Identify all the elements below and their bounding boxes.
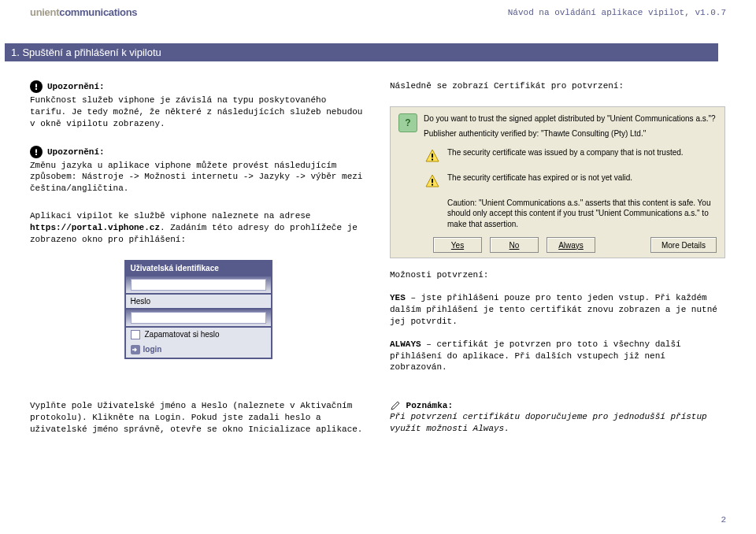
login-password-label: Heslo bbox=[126, 295, 271, 308]
remember-label: Zapamatovat si heslo bbox=[145, 330, 220, 339]
login-username-row bbox=[126, 276, 271, 293]
option-yes-text: – jste přihlášeni pouze pro tento jeden … bbox=[390, 293, 717, 326]
login-label: login bbox=[143, 345, 162, 354]
option-yes: YES – jste přihlášeni pouze pro tento je… bbox=[390, 292, 726, 328]
warning-text: Změnu jazyka u aplikace viphone můžete p… bbox=[30, 160, 366, 195]
address-pre: Aplikaci vipilot ke službě viphone nalez… bbox=[30, 211, 310, 221]
svg-rect-5 bbox=[432, 154, 433, 158]
svg-rect-3 bbox=[35, 154, 37, 155]
note-text: Při potvrzení certifikátu doporučujeme p… bbox=[390, 411, 726, 435]
page-number: 2 bbox=[721, 515, 726, 525]
warning-title: Upozornění: bbox=[47, 147, 105, 157]
address-paragraph: Aplikaci vipilot ke službě viphone nalez… bbox=[30, 210, 366, 246]
svg-rect-1 bbox=[35, 88, 37, 90]
options-title: Možnosti potvrzení: bbox=[390, 269, 726, 281]
login-panel: Uživatelská identifikace Heslo Zapamatov… bbox=[124, 260, 272, 359]
header-doc-title: Návod na ovládání aplikace vipilot, v1.0… bbox=[508, 8, 726, 17]
cert-intro: Následně se zobrazí Certifikát pro potvr… bbox=[390, 80, 726, 92]
remember-row[interactable]: Zapamatovat si heslo bbox=[126, 328, 271, 342]
logo: unientcommunications bbox=[30, 6, 137, 18]
pencil-icon bbox=[390, 400, 401, 411]
login-title: Uživatelská identifikace bbox=[126, 261, 271, 275]
svg-text:?: ? bbox=[405, 117, 410, 128]
certificate-dialog: ? Do you want to trust the signed applet… bbox=[390, 106, 725, 259]
logo-text-2: communications bbox=[59, 6, 137, 18]
logo-text-1: unient bbox=[30, 6, 59, 18]
cert-line-5: Caution: "Unient Communications a.s." as… bbox=[447, 198, 717, 230]
svg-rect-7 bbox=[432, 179, 433, 183]
option-always-label: ALWAYS bbox=[390, 339, 421, 349]
login-button[interactable]: login bbox=[126, 342, 271, 358]
note-block: Poznámka: Při potvrzení certifikátu dopo… bbox=[390, 400, 726, 435]
svg-rect-2 bbox=[35, 149, 37, 153]
warning-icon bbox=[30, 80, 43, 93]
login-password-row bbox=[126, 310, 271, 326]
more-details-button[interactable]: More Details bbox=[650, 237, 717, 253]
svg-rect-0 bbox=[35, 84, 37, 88]
cert-line-1: Do you want to trust the signed applet d… bbox=[424, 113, 717, 124]
svg-rect-6 bbox=[432, 158, 433, 160]
warning-icon bbox=[30, 146, 43, 158]
cert-line-2: Publisher authenticity verified by: "Tha… bbox=[424, 128, 717, 139]
section-heading: 1. Spuštění a přihlášení k vipilotu bbox=[5, 43, 718, 61]
bottom-instruction: Vyplňte pole Uživatelské jméno a Heslo (… bbox=[30, 400, 366, 436]
remember-checkbox[interactable] bbox=[131, 330, 140, 339]
svg-rect-8 bbox=[432, 184, 433, 185]
yes-button[interactable]: Yes bbox=[433, 237, 482, 253]
alert-triangle-icon bbox=[424, 172, 441, 190]
cert-line-3: The security certificate was issued by a… bbox=[447, 147, 717, 158]
password-input[interactable] bbox=[131, 312, 266, 324]
cert-line-4: The security certificate has expired or … bbox=[447, 172, 717, 184]
always-button[interactable]: Always bbox=[547, 237, 595, 253]
option-always-text: – certifikát je potvrzen pro toto i všec… bbox=[390, 339, 681, 373]
option-yes-label: YES bbox=[390, 293, 406, 302]
username-input[interactable] bbox=[131, 279, 266, 291]
option-always: ALWAYS – certifikát je potvrzen pro toto… bbox=[390, 339, 726, 374]
question-icon: ? bbox=[398, 113, 417, 132]
note-title: Poznámka: bbox=[401, 401, 453, 410]
no-button[interactable]: No bbox=[490, 237, 539, 253]
address-url: https://portal.viphone.cz bbox=[30, 223, 160, 232]
alert-triangle-icon bbox=[424, 147, 441, 165]
warning-text: Funkčnost služeb viphone je závislá na t… bbox=[30, 95, 366, 130]
arrow-right-icon bbox=[131, 345, 140, 354]
warning-title: Upozornění: bbox=[47, 82, 105, 91]
